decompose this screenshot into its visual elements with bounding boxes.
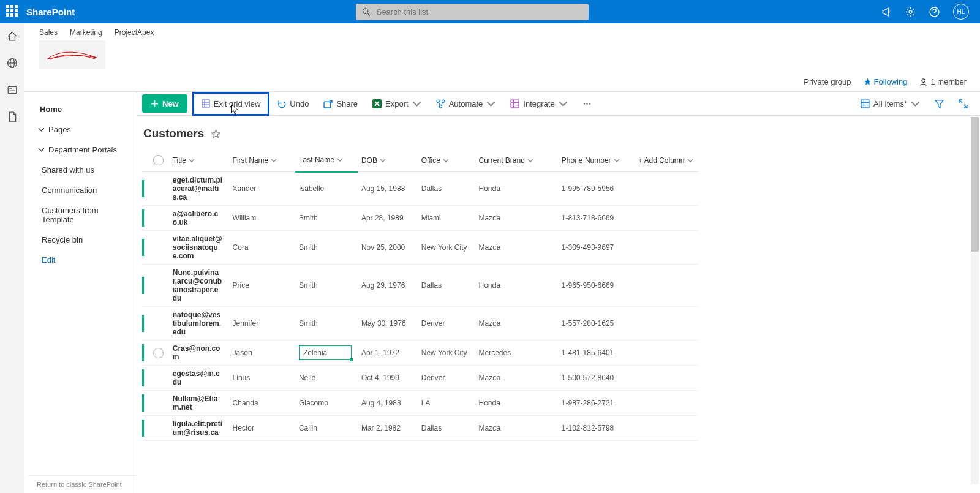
cell-brand[interactable]: Mazda	[475, 416, 557, 441]
col-current-brand[interactable]: Current Brand	[475, 149, 557, 172]
cell-brand[interactable]: Mazda	[475, 307, 557, 341]
cell-dob[interactable]: Aug 4, 1983	[358, 391, 418, 416]
table-row[interactable]: a@aclibero.co.ukWilliamSmithApr 28, 1989…	[142, 206, 698, 231]
cell-dob[interactable]: Mar 2, 1982	[358, 416, 418, 441]
cell-office[interactable]: New York City	[418, 341, 475, 366]
cell-title[interactable]: egestas@in.edu	[173, 369, 223, 386]
nav-link[interactable]: ProjectApex	[115, 28, 154, 37]
cell-dob[interactable]: Nov 25, 2000	[358, 231, 418, 265]
cell-dob[interactable]: May 30, 1976	[358, 307, 418, 341]
row-select[interactable]	[153, 348, 164, 358]
cell-office[interactable]: Miami	[418, 206, 475, 231]
cell-brand[interactable]: Mercedes	[475, 341, 557, 366]
gear-icon[interactable]	[905, 7, 916, 17]
cell-last[interactable]: Isabelle	[295, 172, 358, 206]
cell-first[interactable]: Jennifer	[229, 307, 295, 341]
cell-office[interactable]: Dallas	[418, 265, 475, 307]
col-last-name[interactable]: Last Name	[295, 149, 358, 172]
cell-last[interactable]: Smith	[295, 206, 358, 231]
cell-dob[interactable]: Aug 29, 1976	[358, 265, 418, 307]
cell-brand[interactable]: Honda	[475, 265, 557, 307]
help-icon[interactable]	[929, 7, 940, 17]
classic-link[interactable]: Return to classic SharePoint	[28, 475, 137, 493]
news-icon[interactable]	[7, 85, 18, 96]
new-button[interactable]: New	[142, 94, 187, 113]
cell-title[interactable]: eget.dictum.placerat@mattis.ca	[173, 176, 223, 201]
cell-last[interactable]: Smith	[295, 265, 358, 307]
cell-first[interactable]: Xander	[229, 172, 295, 206]
app-launcher-icon[interactable]	[6, 5, 20, 19]
cell-phone[interactable]: 1-481-185-6401	[558, 341, 635, 366]
nav-link[interactable]: Sales	[39, 28, 58, 37]
nav-communication[interactable]: Communication	[28, 180, 137, 200]
cell-dob[interactable]: Oct 4, 1999	[358, 366, 418, 391]
cell-brand[interactable]: Mazda	[475, 206, 557, 231]
cell-phone[interactable]: 1-102-812-5798	[558, 416, 635, 441]
nav-shared[interactable]: Shared with us	[28, 160, 137, 180]
search-box[interactable]	[356, 4, 589, 20]
col-phone[interactable]: Phone Number	[558, 149, 635, 172]
nav-link[interactable]: Marketing	[70, 28, 102, 37]
cell-title[interactable]: a@aclibero.co.uk	[173, 209, 223, 227]
site-logo[interactable]	[39, 40, 105, 69]
cell-title[interactable]: Cras@non.com	[173, 344, 223, 361]
app-name[interactable]: SharePoint	[26, 7, 75, 17]
cell-brand[interactable]: Honda	[475, 172, 557, 206]
avatar[interactable]: HL	[953, 4, 969, 20]
megaphone-icon[interactable]	[881, 7, 892, 17]
cell-brand[interactable]: Mazda	[475, 231, 557, 265]
cell-title[interactable]: Nullam@Etiam.net	[173, 394, 223, 412]
share-button[interactable]: Share	[316, 92, 365, 115]
cell-brand[interactable]: Honda	[475, 391, 557, 416]
cell-office[interactable]: Denver	[418, 366, 475, 391]
add-column[interactable]: + Add Column	[635, 149, 698, 172]
nav-recycle-bin[interactable]: Recycle bin	[28, 230, 137, 250]
cell-phone[interactable]: 1-500-572-8640	[558, 366, 635, 391]
cell-dob[interactable]: Apr 28, 1989	[358, 206, 418, 231]
search-input[interactable]	[377, 7, 582, 17]
cell-phone[interactable]: 1-987-286-2721	[558, 391, 635, 416]
members-button[interactable]: 1 member	[919, 77, 967, 86]
home-icon[interactable]	[7, 31, 18, 42]
table-row[interactable]: egestas@in.eduLinusNelleOct 4, 1999Denve…	[142, 366, 698, 391]
cell-first[interactable]: Price	[229, 265, 295, 307]
export-button[interactable]: Export	[365, 92, 429, 115]
nav-home[interactable]: Home	[28, 99, 137, 119]
table-row[interactable]: vitae.aliquet@sociisnatoque.comCoraSmith…	[142, 231, 698, 265]
col-first-name[interactable]: First Name	[229, 149, 295, 172]
cell-last[interactable]: Smith	[295, 307, 358, 341]
cell-phone[interactable]: 1-813-718-6669	[558, 206, 635, 231]
cell-title[interactable]: natoque@vestibulumlorem.edu	[173, 310, 223, 336]
following-button[interactable]: Following	[864, 77, 908, 86]
globe-icon[interactable]	[7, 58, 18, 69]
cell-first[interactable]: Linus	[229, 366, 295, 391]
table-row[interactable]: Nunc.pulvinar.arcu@conubianostraper.eduP…	[142, 265, 698, 307]
cell-first[interactable]: Hector	[229, 416, 295, 441]
cell-last[interactable]: Smith	[295, 231, 358, 265]
table-row[interactable]: eget.dictum.placerat@mattis.caXanderIsab…	[142, 172, 698, 206]
select-all[interactable]	[153, 155, 164, 165]
col-dob[interactable]: DOB	[358, 149, 418, 172]
table-row[interactable]: Cras@non.comJasonZeleniaApr 1, 1972New Y…	[142, 341, 698, 366]
cell-title[interactable]: ligula.elit.pretium@risus.ca	[173, 420, 223, 437]
overflow-button[interactable]	[575, 92, 599, 115]
automate-button[interactable]: Automate	[429, 92, 503, 115]
expand-button[interactable]	[951, 92, 980, 115]
col-title[interactable]: Title	[169, 149, 229, 172]
nav-pages[interactable]: Pages	[28, 119, 137, 140]
cell-office[interactable]: LA	[418, 391, 475, 416]
cell-office[interactable]: Denver	[418, 307, 475, 341]
cell-last[interactable]: Nelle	[295, 366, 358, 391]
filter-button[interactable]	[927, 92, 951, 115]
cell-dob[interactable]: Apr 1, 1972	[358, 341, 418, 366]
col-office[interactable]: Office	[418, 149, 475, 172]
view-selector[interactable]: All Items*	[853, 92, 927, 115]
cell-phone[interactable]: 1-557-280-1625	[558, 307, 635, 341]
nav-customers-template[interactable]: Customers from Template	[28, 200, 137, 230]
undo-button[interactable]: Undo	[270, 92, 316, 115]
table-row[interactable]: Nullam@Etiam.netChandaGiacomoAug 4, 1983…	[142, 391, 698, 416]
table-row[interactable]: natoque@vestibulumlorem.eduJenniferSmith…	[142, 307, 698, 341]
cell-office[interactable]: Dallas	[418, 416, 475, 441]
cell-brand[interactable]: Mazda	[475, 366, 557, 391]
cell-office[interactable]: New York City	[418, 231, 475, 265]
